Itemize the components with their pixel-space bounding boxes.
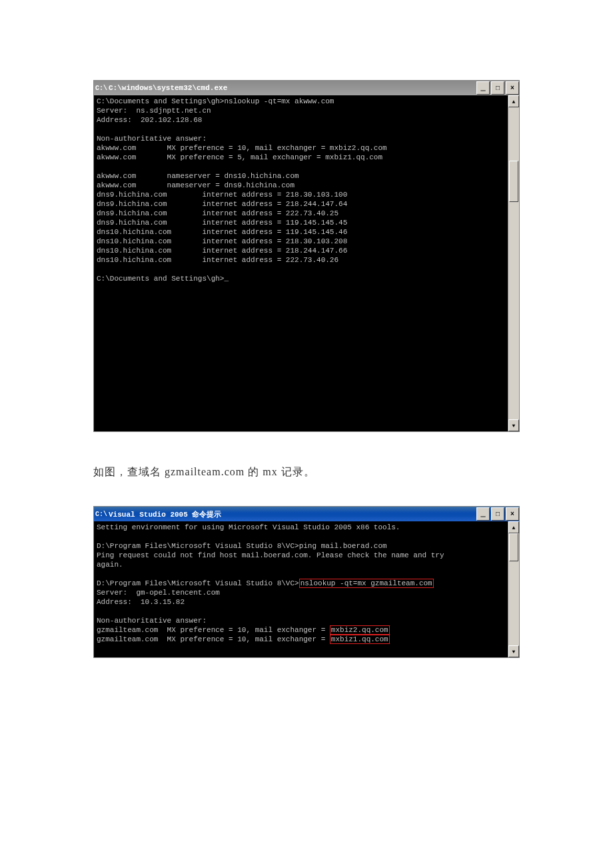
maximize-button[interactable]: □ <box>491 507 504 521</box>
scroll-down-button[interactable]: ▼ <box>508 419 519 431</box>
cmd-body-wrap-1: C:\Documents and Settings\gh>nslookup -q… <box>94 95 519 431</box>
scrollbar-2[interactable]: ▲ ▼ <box>508 521 519 657</box>
cmd-icon: C:\ <box>97 510 106 518</box>
cmd-window-1: C:\ C:\windows\system32\cmd.exe ＿ □ × C:… <box>93 80 520 432</box>
cmd-body-wrap-2: Setting environment for using Microsoft … <box>94 521 519 657</box>
window-controls-1: ＿ □ × <box>475 81 519 95</box>
scroll-up-button[interactable]: ▲ <box>508 95 519 107</box>
caption-text: 如图，查域名 gzmailteam.com 的 mx 记录。 <box>93 465 520 479</box>
terminal-output-1[interactable]: C:\Documents and Settings\gh>nslookup -q… <box>94 95 508 431</box>
titlebar-2[interactable]: C:\ Visual Studio 2005 命令提示 ＿ □ × <box>94 507 519 521</box>
close-button[interactable]: × <box>506 81 519 95</box>
cmd-icon: C:\ <box>97 84 106 92</box>
scroll-down-button[interactable]: ▼ <box>508 645 519 657</box>
minimize-button[interactable]: ＿ <box>476 81 490 95</box>
titlebar-1[interactable]: C:\ C:\windows\system32\cmd.exe ＿ □ × <box>94 81 519 95</box>
scroll-up-button[interactable]: ▲ <box>508 521 519 533</box>
highlighted-command: nslookup -qt=mx gzmailteam.com <box>299 579 434 588</box>
scroll-thumb[interactable] <box>509 161 518 202</box>
scroll-thumb[interactable] <box>509 533 518 561</box>
window-controls-2: ＿ □ × <box>475 507 519 521</box>
minimize-button[interactable]: ＿ <box>476 507 490 521</box>
document-page: C:\ C:\windows\system32\cmd.exe ＿ □ × C:… <box>0 0 613 731</box>
highlighted-mx2: mxbiz1.qq.com <box>330 635 390 644</box>
window-title-2: Visual Studio 2005 命令提示 <box>109 509 475 519</box>
cmd-window-2: C:\ Visual Studio 2005 命令提示 ＿ □ × Settin… <box>93 506 520 658</box>
maximize-button[interactable]: □ <box>491 81 504 95</box>
highlighted-mx1: mxbiz2.qq.com <box>330 625 390 635</box>
window-title-1: C:\windows\system32\cmd.exe <box>109 84 475 92</box>
close-button[interactable]: × <box>506 507 519 521</box>
terminal-output-2[interactable]: Setting environment for using Microsoft … <box>94 521 508 657</box>
scrollbar-1[interactable]: ▲ ▼ <box>508 95 519 431</box>
